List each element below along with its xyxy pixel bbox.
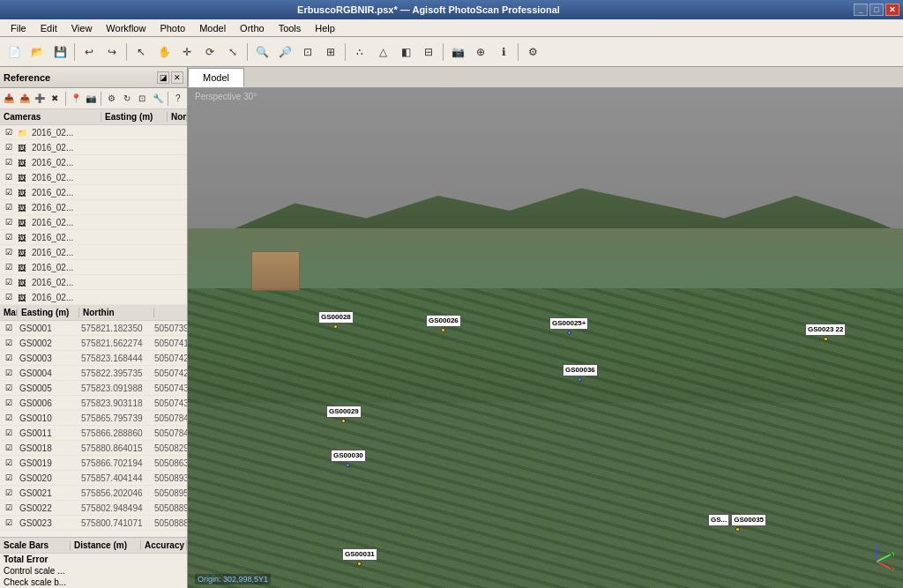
camera-checkbox[interactable]: [0, 293, 18, 301]
marker-checkbox[interactable]: [0, 458, 18, 467]
ref-help-button[interactable]: ?: [171, 90, 185, 108]
rotate-button[interactable]: ⟳: [199, 41, 220, 63]
marker-checkbox[interactable]: [0, 503, 18, 512]
marker-checkbox[interactable]: [0, 339, 18, 347]
marker-row[interactable]: GS0011575866.2888605050784: [0, 426, 187, 441]
fit-button[interactable]: ⊡: [297, 41, 318, 63]
ref-camera-button[interactable]: 📷: [84, 90, 98, 108]
camera-checkbox[interactable]: [0, 248, 18, 257]
move-button[interactable]: ✛: [176, 41, 198, 63]
menu-model[interactable]: Model: [192, 21, 233, 35]
marker-checkbox[interactable]: [0, 413, 18, 422]
marker-checkbox[interactable]: [0, 428, 18, 437]
ref-add-button[interactable]: ➕: [33, 90, 47, 108]
close-button[interactable]: ✕: [885, 4, 899, 16]
camera-checkbox[interactable]: [0, 143, 18, 152]
camera-row[interactable]: 2016_02...: [0, 185, 187, 200]
marker-checkbox[interactable]: [0, 443, 18, 452]
stereo-button[interactable]: ⊕: [470, 41, 491, 63]
camera-checkbox[interactable]: [0, 233, 18, 242]
marker-row[interactable]: GS0010575865.7957395050784: [0, 411, 187, 426]
menu-ortho[interactable]: Ortho: [233, 21, 272, 35]
tab-model[interactable]: Model: [188, 68, 244, 87]
settings-button[interactable]: ⚙: [522, 41, 543, 63]
menu-view[interactable]: View: [64, 21, 100, 35]
camera-row[interactable]: 2016_02...: [0, 155, 187, 170]
marker-row[interactable]: GS0022575802.9484945050889: [0, 501, 187, 516]
grid-button[interactable]: ⊞: [320, 41, 341, 63]
marker-row[interactable]: GS0023575800.7410715050888: [0, 516, 187, 531]
marker-checkbox[interactable]: [0, 324, 18, 332]
ortho-view-button[interactable]: ⊟: [418, 41, 439, 63]
camera-checkbox[interactable]: [0, 128, 18, 137]
menu-edit[interactable]: Edit: [34, 21, 64, 35]
marker-checkbox[interactable]: [0, 368, 18, 377]
marker-row[interactable]: GS0021575856.2020465050895: [0, 486, 187, 501]
camera-row[interactable]: 2016_02...: [0, 140, 187, 155]
ref-import-button[interactable]: 📥: [2, 90, 16, 108]
texture-button[interactable]: ◧: [395, 41, 416, 63]
camera-checkbox[interactable]: [0, 158, 18, 167]
marker-row[interactable]: GS0020575857.4041445050893: [0, 471, 187, 486]
camera-view-button[interactable]: 📷: [447, 41, 468, 63]
select-button[interactable]: ↖: [131, 41, 152, 63]
camera-checkbox[interactable]: [0, 218, 18, 227]
ref-export-button[interactable]: 📤: [17, 90, 31, 108]
marker-row[interactable]: GS0002575821.5622745050741: [0, 336, 187, 351]
points-button[interactable]: ∴: [349, 41, 370, 63]
open-button[interactable]: 📂: [26, 41, 48, 63]
camera-row[interactable]: 2016_02...: [0, 245, 187, 260]
camera-checkbox[interactable]: [0, 263, 18, 272]
ref-delete-button[interactable]: ✖: [48, 90, 62, 108]
marker-row[interactable]: GS0004575822.3957355050742: [0, 366, 187, 381]
undo-button[interactable]: ↩: [78, 41, 100, 63]
marker-checkbox[interactable]: [0, 354, 18, 362]
info-button[interactable]: ℹ: [493, 41, 514, 63]
hand-button[interactable]: ✋: [153, 41, 175, 63]
camera-checkbox[interactable]: [0, 173, 18, 182]
ref-update-button[interactable]: ↻: [120, 90, 134, 108]
camera-row[interactable]: 2016_02...: [0, 275, 187, 290]
maximize-button[interactable]: □: [869, 4, 884, 16]
menu-tools[interactable]: Tools: [272, 21, 309, 35]
menu-file[interactable]: File: [4, 21, 34, 35]
camera-row[interactable]: 2016_02...: [0, 125, 187, 140]
camera-checkbox[interactable]: [0, 188, 18, 197]
3d-viewport[interactable]: GS00028 GS00026 GS00025+ GS0023 22 GS000…: [188, 88, 903, 588]
minimize-button[interactable]: _: [854, 4, 868, 16]
ref-fit-button[interactable]: ⊡: [135, 90, 149, 108]
ref-settings-button[interactable]: 🔧: [150, 90, 164, 108]
zoom-out-button[interactable]: 🔍: [251, 41, 272, 63]
marker-checkbox[interactable]: [0, 518, 18, 527]
marker-checkbox[interactable]: [0, 398, 18, 407]
marker-row[interactable]: GS0006575823.9031185050743: [0, 396, 187, 411]
mesh-button[interactable]: △: [372, 41, 393, 63]
ref-float-button[interactable]: ◪: [157, 71, 169, 84]
menu-photo[interactable]: Photo: [153, 21, 192, 35]
save-button[interactable]: 💾: [49, 41, 71, 63]
ref-marker-button[interactable]: 📍: [68, 90, 82, 108]
marker-checkbox[interactable]: [0, 488, 18, 497]
new-button[interactable]: 📄: [4, 41, 25, 63]
ref-close-button[interactable]: ✕: [171, 71, 183, 84]
camera-row[interactable]: 2016_02...: [0, 230, 187, 245]
marker-row[interactable]: GS0005575823.0919885050743: [0, 381, 187, 396]
menu-help[interactable]: Help: [308, 21, 342, 35]
camera-checkbox[interactable]: [0, 278, 18, 287]
check-scale-button[interactable]: Check scale b...: [0, 577, 187, 588]
camera-row[interactable]: 2016_02...: [0, 170, 187, 185]
camera-row[interactable]: 2016_02...: [0, 215, 187, 230]
marker-row[interactable]: GS0018575880.8640155050829: [0, 441, 187, 456]
control-scale-button[interactable]: Control scale ...: [0, 565, 187, 577]
scale-tool-button[interactable]: ⤡: [222, 41, 243, 63]
camera-row[interactable]: 2016_02...: [0, 200, 187, 215]
redo-button[interactable]: ↪: [101, 41, 123, 63]
marker-checkbox[interactable]: [0, 383, 18, 392]
marker-row[interactable]: GS0019575866.7021945050863: [0, 456, 187, 471]
camera-row[interactable]: 2016_02...: [0, 260, 187, 275]
camera-checkbox[interactable]: [0, 203, 18, 212]
marker-row[interactable]: GS0001575821.1823505050739: [0, 321, 187, 336]
ref-optimize-button[interactable]: ⚙: [104, 90, 118, 108]
zoom-in-button[interactable]: 🔎: [274, 41, 295, 63]
marker-checkbox[interactable]: [0, 473, 18, 482]
